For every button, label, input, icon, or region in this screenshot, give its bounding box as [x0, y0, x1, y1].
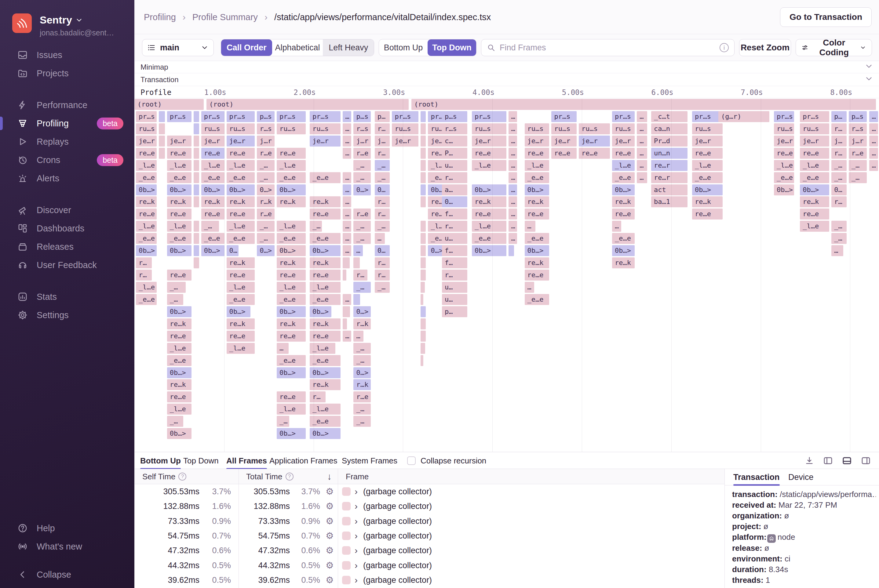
table-row[interactable]: 132.88ms 1.6% 132.88ms 1.6% ⚙ › (garbage… [135, 499, 724, 513]
flame-cell[interactable] [159, 148, 165, 159]
flame-cell[interactable]: re…k [692, 196, 723, 207]
flame-cell[interactable]: … [869, 160, 878, 171]
flame-cell[interactable]: … [343, 221, 352, 232]
flame-cell[interactable]: _… [167, 282, 186, 293]
flame-cell[interactable]: je…r [579, 135, 610, 147]
flame-cell[interactable]: 0… [831, 184, 847, 195]
flame-cell[interactable]: _e…e [277, 355, 306, 366]
flame-cell[interactable]: u… [442, 233, 467, 244]
flame-cell[interactable]: 0… [227, 245, 239, 256]
flame-cell[interactable]: … [831, 245, 843, 256]
flame-cell[interactable]: _… [167, 416, 183, 427]
flame-cell[interactable]: … [343, 233, 352, 244]
direction-mode-bottom-up[interactable]: Bottom Up [379, 39, 428, 56]
transaction-collapse-chevron-icon[interactable] [864, 74, 873, 85]
flame-cell[interactable]: r…k [257, 196, 275, 207]
flame-cell[interactable]: 0b…> [774, 184, 794, 195]
row-settings-gear-icon[interactable]: ⚙ [326, 514, 334, 528]
flame-cell[interactable]: … [612, 221, 621, 232]
flame-cell[interactable]: _e…e [277, 294, 306, 305]
flame-cell[interactable]: 0b…> [525, 245, 550, 256]
flame-cell[interactable]: r… [375, 123, 390, 134]
flame-cell[interactable]: r… [831, 196, 847, 207]
flame-cell[interactable] [343, 318, 347, 329]
table-row[interactable]: 73.33ms 0.9% 73.33ms 0.9% ⚙ › (garbage c… [135, 514, 724, 528]
flame-cell[interactable]: … [508, 172, 517, 183]
flame-cell[interactable]: _l…e [310, 343, 335, 354]
flame-cell[interactable] [421, 172, 426, 183]
sidebar-item-collapse[interactable]: Collapse [0, 566, 134, 584]
flame-cell[interactable]: r… [310, 392, 326, 402]
flame-cell[interactable]: u… [442, 160, 467, 171]
flame-cell[interactable]: ru…s [800, 123, 829, 134]
flame-cell[interactable]: ru…s [277, 123, 306, 134]
flame-cell[interactable]: j… [831, 135, 847, 147]
flame-cell[interactable]: re…k [612, 196, 635, 207]
flame-cell[interactable]: … [343, 294, 352, 305]
flame-cell[interactable]: _… [831, 233, 847, 244]
flame-cell[interactable] [421, 257, 426, 268]
flame-cell[interactable]: … [508, 123, 517, 134]
flame-cell[interactable]: _… [375, 160, 390, 171]
flame-cell[interactable]: … [343, 245, 352, 256]
flame-cell[interactable] [194, 123, 199, 134]
flame-cell[interactable]: _l…e [227, 160, 255, 171]
flame-cell[interactable]: … [343, 111, 352, 122]
flame-cell[interactable]: _e…e [692, 172, 723, 183]
flame-cell[interactable]: re…k [525, 196, 550, 207]
flame-cell[interactable]: r… [375, 257, 390, 268]
flame-cell[interactable] [194, 257, 199, 268]
flame-cell[interactable]: ru…s [525, 123, 550, 134]
flame-cell[interactable]: r…e [257, 208, 275, 219]
flame-cell[interactable]: r… [442, 172, 467, 183]
flame-cell[interactable]: je…r [201, 135, 224, 147]
flame-cell[interactable]: _… [257, 160, 275, 171]
flame-cell[interactable]: _e…e [310, 355, 341, 366]
flame-cell[interactable]: 0b…> [612, 184, 635, 195]
sidebar-item-dashboards[interactable]: Dashboards [0, 219, 134, 237]
flame-cell[interactable]: act [651, 184, 688, 195]
flame-cell[interactable]: re…k [472, 196, 506, 207]
flame-cell[interactable]: ru…s [692, 123, 723, 134]
flame-cell[interactable]: _l…e [525, 160, 550, 171]
flame-cell[interactable]: re…e [800, 148, 829, 159]
flame-cell[interactable]: _l…e [277, 221, 306, 232]
flame-cell[interactable]: r…s [849, 123, 867, 134]
flame-cell[interactable]: 0b…> [277, 184, 306, 195]
flame-cell[interactable]: 0… [442, 196, 467, 207]
tab-application-frames[interactable]: Application Frames [269, 452, 338, 469]
flame-cell[interactable]: … [508, 160, 517, 171]
flame-cell[interactable] [343, 270, 346, 280]
flame-cell[interactable]: _… [375, 221, 390, 232]
flame-cell[interactable]: 0b…> [472, 245, 506, 256]
flame-cell[interactable]: re…e [472, 148, 506, 159]
flame-cell[interactable]: re…r [651, 160, 688, 171]
flame-cell[interactable]: (root) [206, 99, 409, 110]
flame-cell[interactable]: re…e [310, 270, 341, 280]
flame-cell[interactable]: 0b…> [277, 367, 306, 378]
flame-cell[interactable]: un…n [651, 148, 688, 159]
flame-cell[interactable]: 0b…> [167, 367, 192, 378]
flame-cell[interactable]: … [343, 172, 352, 183]
flame-cell[interactable]: _… [257, 221, 275, 232]
flame-cell[interactable]: je…r [136, 135, 157, 147]
flame-cell[interactable]: je…r [800, 135, 829, 147]
flamegraph[interactable]: (root)(root)(root)pr…sru…sje…rre…e_l…e_e… [135, 98, 879, 452]
flame-cell[interactable]: _e…e [612, 233, 635, 244]
sidebar-item-issues[interactable]: Issues [0, 46, 134, 64]
flame-cell[interactable]: re…k [167, 379, 192, 390]
flame-cell[interactable]: … [508, 221, 517, 232]
flame-cell[interactable]: _e…e [774, 172, 794, 183]
flame-cell[interactable] [194, 172, 199, 183]
flame-cell[interactable]: re…e [692, 148, 723, 159]
flame-cell[interactable]: … [637, 135, 647, 147]
flame-cell[interactable]: re…e [227, 208, 255, 219]
flame-cell[interactable]: je…r [525, 135, 550, 147]
sidebar-item-whats-new[interactable]: What's new [0, 537, 134, 556]
flame-cell[interactable]: 0b…> [612, 245, 635, 256]
flame-cell[interactable]: _l…e [277, 404, 306, 415]
flame-cell[interactable]: re…e [167, 148, 192, 159]
flame-cell[interactable]: _… [353, 343, 371, 354]
flame-cell[interactable]: _… [353, 355, 371, 366]
flame-cell[interactable]: je…r [551, 135, 577, 147]
